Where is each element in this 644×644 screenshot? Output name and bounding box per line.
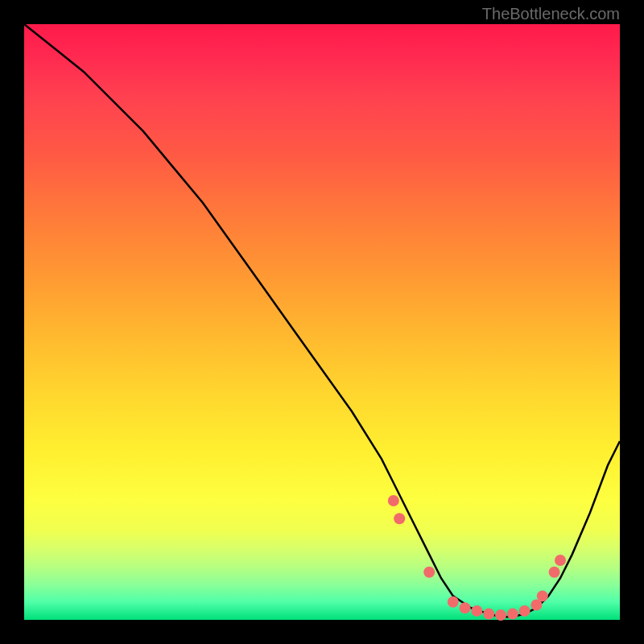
highlight-dot (549, 567, 560, 578)
highlight-dot (537, 590, 548, 601)
highlight-dot (448, 597, 459, 608)
chart-svg (24, 24, 620, 620)
highlight-dot (519, 605, 530, 617)
highlight-dot (471, 605, 482, 617)
highlight-dot (394, 513, 405, 524)
highlight-dot (495, 609, 506, 621)
highlight-dot (423, 567, 435, 578)
highlight-dot (555, 555, 566, 566)
chart-container: TheBottleneck.com (0, 0, 644, 644)
highlight-dot (507, 609, 518, 620)
highlight-dot (388, 495, 399, 506)
highlight-dot (483, 609, 494, 620)
highlight-marker-group (388, 495, 566, 621)
bottleneck-curve-line (24, 24, 620, 617)
plot-area (24, 24, 620, 620)
highlight-dot (460, 602, 471, 613)
watermark-text: TheBottleneck.com (482, 5, 620, 23)
